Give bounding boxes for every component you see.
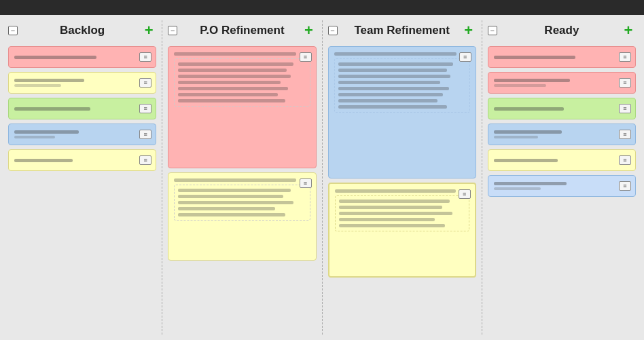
card-line [178, 99, 285, 102]
card-dashed-section [335, 195, 469, 231]
card-line [338, 81, 441, 84]
card-dashed-section [174, 185, 310, 221]
card-line [338, 93, 443, 96]
card-content [494, 56, 611, 59]
backlog-card-2[interactable] [8, 72, 156, 94]
card-menu-icon[interactable] [139, 104, 151, 113]
card-line [339, 218, 435, 221]
backlog-card-1[interactable] [8, 46, 156, 68]
column-title-backlog: Backlog [60, 24, 105, 37]
card-menu-icon[interactable] [139, 52, 151, 62]
card-line [494, 136, 538, 138]
card-line [494, 187, 541, 190]
card-menu-icon[interactable] [139, 155, 151, 165]
backlog-card-3[interactable] [8, 98, 156, 119]
card-line [178, 75, 291, 78]
add-po-button[interactable]: + [302, 23, 317, 38]
card-line [494, 130, 562, 134]
card-line [178, 207, 275, 210]
po-card-1[interactable] [168, 46, 316, 168]
card-menu-icon[interactable] [139, 130, 151, 139]
card-menu-icon[interactable] [139, 78, 151, 88]
column-header-team-refinement: Team Refinement + [328, 20, 476, 41]
ready-card-3[interactable] [488, 98, 636, 119]
card-content [494, 107, 611, 111]
ready-card-1[interactable] [488, 46, 636, 68]
card-line [339, 200, 450, 203]
card-line [178, 213, 285, 216]
card-line [494, 84, 547, 87]
column-title-ready: Ready [544, 24, 579, 37]
minimize-ready-button[interactable] [488, 26, 497, 35]
ready-card-5[interactable] [488, 149, 636, 171]
card-line [178, 201, 293, 204]
card-line [339, 224, 445, 227]
card-content [14, 130, 131, 138]
card-content [494, 79, 611, 87]
minimize-backlog-button[interactable] [8, 26, 18, 35]
card-content [494, 182, 611, 190]
add-team-button[interactable]: + [461, 23, 476, 38]
card-line [334, 52, 457, 56]
card-line [178, 87, 288, 90]
card-line [178, 62, 293, 66]
column-title-po-refinement: P.O Refinement [200, 24, 284, 37]
card-menu-icon[interactable] [619, 130, 631, 139]
card-menu-icon[interactable] [459, 52, 471, 62]
card-menu-icon[interactable] [300, 52, 312, 62]
minimize-po-button[interactable] [168, 26, 177, 35]
ready-card-4[interactable] [488, 124, 636, 145]
add-backlog-button[interactable]: + [141, 23, 156, 38]
card-menu-icon[interactable] [619, 104, 631, 113]
card-line [178, 81, 281, 84]
card-menu-icon[interactable] [619, 52, 631, 62]
card-line [338, 75, 451, 78]
card-line [494, 56, 576, 59]
card-line [494, 107, 564, 111]
card-line [14, 79, 84, 82]
ready-card-6[interactable] [488, 175, 636, 197]
card-dashed-section [174, 58, 310, 107]
card-content [14, 79, 131, 87]
column-header-po-refinement: P.O Refinement + [168, 20, 316, 41]
card-menu-icon[interactable] [619, 155, 631, 165]
card-content [14, 107, 131, 111]
card-line [339, 212, 453, 215]
card-line [14, 130, 79, 134]
card-menu-icon[interactable] [619, 78, 631, 88]
column-title-team-refinement: Team Refinement [354, 24, 449, 37]
card-line [178, 195, 283, 198]
card-line [174, 52, 296, 56]
card-line [14, 107, 90, 111]
minimize-team-button[interactable] [328, 26, 338, 35]
card-line [338, 62, 453, 66]
add-ready-button[interactable]: + [621, 23, 636, 38]
card-content [494, 130, 611, 138]
top-bar [0, 0, 644, 15]
ready-cards [488, 46, 636, 197]
card-line [494, 182, 567, 185]
kanban-board: Backlog + [0, 15, 644, 340]
column-header-ready: Ready + [488, 20, 636, 41]
card-menu-icon[interactable] [619, 181, 631, 191]
card-line [339, 206, 443, 209]
card-line [14, 56, 96, 59]
column-backlog: Backlog + [3, 20, 162, 335]
ready-card-2[interactable] [488, 72, 636, 94]
card-line [338, 105, 447, 109]
backlog-card-4[interactable] [8, 124, 156, 145]
card-line [494, 159, 558, 162]
team-card-2[interactable] [328, 183, 476, 278]
card-line [178, 189, 291, 192]
card-menu-icon[interactable] [300, 178, 312, 188]
card-line [14, 136, 55, 138]
po-card-2[interactable] [168, 172, 316, 261]
card-line [178, 69, 287, 72]
card-menu-icon[interactable] [459, 189, 471, 199]
card-line [174, 178, 296, 182]
card-line [14, 84, 61, 87]
backlog-card-5[interactable] [8, 149, 156, 171]
team-card-1[interactable] [328, 46, 476, 178]
card-line [14, 159, 73, 162]
card-dashed-section [334, 58, 470, 113]
